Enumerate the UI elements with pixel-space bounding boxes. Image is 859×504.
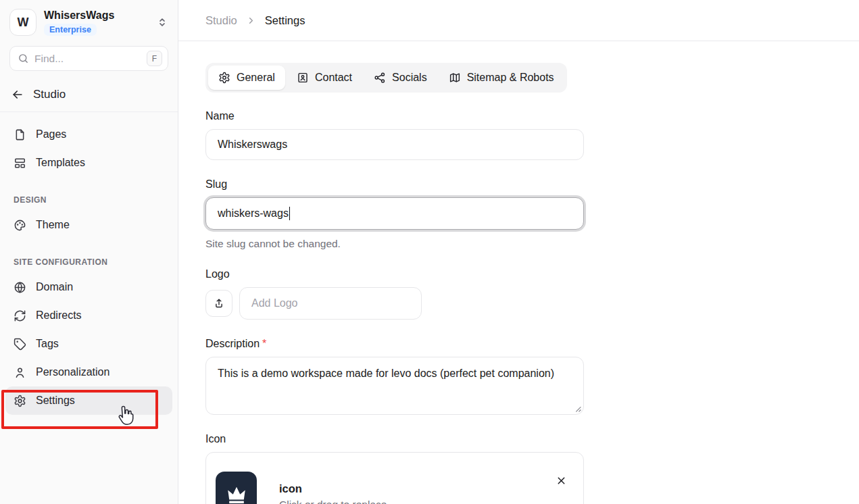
sidebar-item-settings[interactable]: Settings bbox=[5, 386, 172, 415]
share-icon bbox=[374, 72, 386, 84]
section-header-design: DESIGN bbox=[14, 195, 164, 205]
breadcrumb: Studio Settings bbox=[178, 0, 859, 41]
tab-socials[interactable]: Socials bbox=[364, 66, 437, 90]
crown-icon bbox=[224, 483, 249, 504]
resize-handle-icon[interactable] bbox=[574, 405, 581, 412]
logo-upload-button[interactable] bbox=[205, 290, 232, 317]
name-value: Whiskerswags bbox=[218, 138, 287, 151]
icon-file-name: icon bbox=[279, 482, 387, 495]
slug-helper-text: Site slug cannot be changed. bbox=[205, 238, 859, 250]
sidebar-item-label: Pages bbox=[36, 128, 66, 141]
search-icon bbox=[18, 53, 29, 64]
sidebar-item-label: Theme bbox=[36, 219, 70, 231]
app-window: W WhisersWags Enterprise Find... F Studi… bbox=[0, 0, 859, 504]
sidebar-nav: Pages Templates DESIGN Theme SITE CONFIG… bbox=[0, 112, 178, 415]
remove-icon-button[interactable] bbox=[553, 472, 570, 489]
sidebar-item-templates[interactable]: Templates bbox=[5, 149, 172, 177]
breadcrumb-studio[interactable]: Studio bbox=[205, 14, 237, 27]
icon-label: Icon bbox=[205, 432, 859, 445]
logo-input[interactable]: Add Logo bbox=[239, 287, 422, 320]
sidebar-item-theme[interactable]: Theme bbox=[5, 211, 172, 239]
main-panel: Studio Settings General Contact bbox=[178, 0, 859, 504]
logo-placeholder: Add Logo bbox=[251, 297, 298, 309]
page-icon bbox=[14, 128, 26, 141]
settings-form: General Contact Socials bbox=[178, 41, 859, 504]
description-label-text: Description bbox=[205, 338, 260, 349]
slug-input[interactable]: whiskers-wags bbox=[205, 197, 584, 230]
tab-label: Sitemap & Robots bbox=[467, 72, 554, 84]
search-placeholder: Find... bbox=[34, 53, 141, 65]
upload-icon bbox=[213, 297, 225, 309]
description-value: This is a demo workspace made for levo d… bbox=[218, 368, 554, 379]
palette-icon bbox=[14, 219, 26, 232]
person-icon bbox=[14, 366, 26, 379]
sidebar-item-pages[interactable]: Pages bbox=[5, 120, 172, 149]
icon-file-meta: icon Click or drag to replace bbox=[279, 472, 387, 504]
close-icon bbox=[556, 475, 567, 486]
templates-icon bbox=[14, 157, 26, 170]
gear-icon bbox=[218, 72, 230, 84]
slug-label: Slug bbox=[205, 178, 859, 191]
tag-icon bbox=[14, 338, 26, 351]
search-input[interactable]: Find... F bbox=[9, 46, 168, 71]
tab-label: Socials bbox=[392, 72, 427, 84]
sidebar-item-label: Tags bbox=[36, 338, 59, 350]
tab-label: General bbox=[237, 72, 275, 84]
map-icon bbox=[449, 72, 461, 84]
arrow-left-icon bbox=[11, 88, 24, 101]
name-label: Name bbox=[205, 109, 859, 122]
plan-badge: Enterprise bbox=[44, 24, 97, 36]
icon-upload-card[interactable]: icon Click or drag to replace bbox=[205, 452, 584, 504]
logo-label: Logo bbox=[205, 268, 859, 280]
name-input[interactable]: Whiskerswags bbox=[205, 129, 584, 160]
sidebar: W WhisersWags Enterprise Find... F Studi… bbox=[0, 0, 178, 504]
back-link-label: Studio bbox=[33, 88, 66, 101]
sidebar-item-domain[interactable]: Domain bbox=[5, 273, 172, 301]
sidebar-item-redirects[interactable]: Redirects bbox=[5, 301, 172, 330]
chevron-right-icon bbox=[246, 16, 256, 26]
keyboard-shortcut-badge: F bbox=[147, 51, 162, 66]
required-asterisk: * bbox=[262, 338, 266, 349]
redirect-icon bbox=[14, 309, 26, 322]
tab-contact[interactable]: Contact bbox=[287, 66, 362, 90]
contact-card-icon bbox=[297, 72, 309, 84]
sidebar-item-personalization[interactable]: Personalization bbox=[5, 358, 172, 386]
sidebar-item-label: Domain bbox=[36, 281, 73, 293]
section-header-site-configuration: SITE CONFIGURATION bbox=[14, 257, 164, 268]
tab-general[interactable]: General bbox=[208, 66, 285, 90]
description-label: Description* bbox=[205, 337, 859, 350]
globe-icon bbox=[14, 281, 26, 294]
sidebar-item-label: Settings bbox=[36, 395, 75, 407]
sidebar-item-label: Personalization bbox=[36, 366, 109, 378]
back-to-studio-link[interactable]: Studio bbox=[0, 85, 178, 104]
workspace-avatar: W bbox=[9, 9, 36, 36]
text-caret bbox=[289, 207, 291, 220]
workspace-name: WhisersWags bbox=[44, 9, 149, 22]
gear-icon bbox=[14, 395, 26, 407]
icon-preview bbox=[216, 472, 257, 504]
logo-field: Add Logo bbox=[205, 287, 859, 320]
workspace-info: WhisersWags Enterprise bbox=[44, 9, 149, 36]
icon-replace-hint: Click or drag to replace bbox=[279, 499, 387, 504]
sidebar-item-label: Redirects bbox=[36, 309, 82, 322]
chevron-up-down-icon[interactable] bbox=[156, 16, 168, 28]
settings-tabbar: General Contact Socials bbox=[205, 63, 567, 93]
description-textarea[interactable]: This is a demo workspace made for levo d… bbox=[205, 357, 584, 415]
sidebar-item-tags[interactable]: Tags bbox=[5, 330, 172, 358]
sidebar-item-label: Templates bbox=[36, 157, 85, 169]
slug-value: whiskers-wags bbox=[218, 207, 289, 220]
tab-label: Contact bbox=[315, 72, 352, 84]
workspace-switcher[interactable]: W WhisersWags Enterprise bbox=[0, 0, 178, 40]
tab-sitemap-robots[interactable]: Sitemap & Robots bbox=[439, 66, 564, 90]
breadcrumb-settings: Settings bbox=[265, 14, 305, 27]
